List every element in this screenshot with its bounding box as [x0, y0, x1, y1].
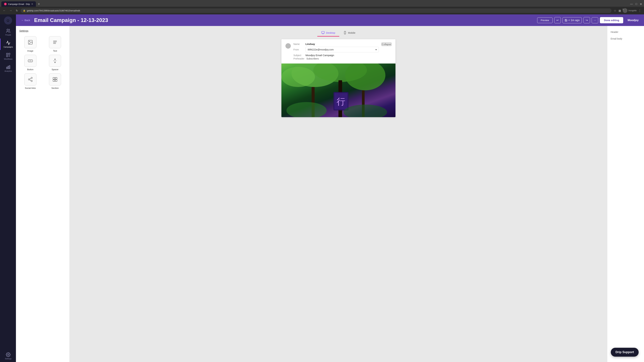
email-avatar: [286, 43, 291, 49]
settings-link[interactable]: Settings: [19, 29, 66, 32]
sidebar-item-settings[interactable]: Settings: [3, 350, 13, 362]
tab-close-btn[interactable]: ✕: [31, 3, 33, 5]
lock-icon: 🔒: [23, 9, 26, 12]
svg-rect-26: [53, 80, 55, 81]
active-tab[interactable]: D Campaign Email · Drip ✕: [1, 1, 36, 7]
email-hero-image[interactable]: 行: [282, 63, 396, 117]
sidebar-item-workflows[interactable]: Workflows: [0, 51, 16, 62]
tools-grid: Image Text: [19, 36, 66, 89]
back-nav-btn[interactable]: ←: [2, 8, 7, 13]
sidebar-bottom: Settings: [3, 350, 13, 362]
from-row: From 89f4222e@moodjoy.com ▾: [294, 47, 379, 52]
workflows-label: Workflows: [4, 58, 12, 60]
browser-chrome: D Campaign Email · Drip ✕ + — □ ✕ ← → ↻ …: [0, 0, 644, 14]
tab-title: Campaign Email · Drip: [8, 3, 30, 5]
done-editing-btn[interactable]: Done editing: [600, 17, 623, 23]
header-section-label: Header: [611, 29, 641, 35]
new-tab-btn[interactable]: +: [36, 1, 41, 7]
email-header-info: Name Lindsay From 89f4222e@moodjoy.com ▾: [282, 39, 396, 63]
campaigns-icon: [6, 40, 10, 45]
tool-text[interactable]: Text: [44, 36, 66, 52]
social-icon: [28, 77, 33, 82]
text-tool-label: Text: [53, 50, 57, 52]
tool-social[interactable]: Social links: [19, 73, 42, 89]
hero-image-svg: 行: [282, 63, 396, 117]
svg-rect-28: [322, 31, 324, 33]
tool-button[interactable]: Button: [19, 55, 42, 71]
campaigns-label: Campaigns: [4, 46, 13, 48]
settings-label: Settings: [5, 358, 12, 360]
subject-value: Moodjoy Email Campaign: [306, 54, 334, 57]
app: ☺ People Campaigns Workflows: [0, 14, 644, 362]
from-value: 89f4222e@moodjoy.com: [308, 48, 334, 51]
text-icon: [52, 39, 58, 45]
social-tool-icon: [24, 73, 36, 85]
app-header: ← Back Email Campaign - 12-13-2023 Previ…: [16, 14, 644, 26]
incognito-label: Incognito: [628, 9, 636, 12]
image-tool-label: Image: [27, 50, 33, 52]
workspace-name: Moodjoy: [628, 19, 639, 22]
content-row: Settings Image: [16, 26, 644, 362]
svg-point-37: [282, 67, 315, 87]
desktop-icon: [321, 31, 325, 34]
image-tool-icon: [24, 36, 36, 48]
reload-btn[interactable]: ↻: [15, 8, 19, 13]
minimize-btn[interactable]: —: [630, 2, 634, 6]
header-actions: Preview ↩ < 1m ago ↪ ··· Done editing Mo…: [537, 17, 639, 23]
button-icon: [28, 58, 33, 63]
app-logo: ☺: [4, 16, 12, 24]
preheader-row: Preheader Subscribers: [294, 57, 379, 60]
save-status-btn[interactable]: < 1m ago: [562, 17, 582, 23]
tool-image[interactable]: Image: [19, 36, 42, 52]
more-btn[interactable]: ···: [592, 17, 598, 23]
maximize-btn[interactable]: □: [635, 2, 638, 6]
undo-btn[interactable]: ↩: [554, 17, 561, 23]
sidebar-item-analytics[interactable]: Analytics: [0, 63, 16, 74]
svg-rect-5: [8, 66, 9, 69]
spacer-tool-label: Spacer: [52, 68, 58, 71]
window-controls: — □ ✕: [630, 2, 643, 6]
address-bar-actions: ☆ ▦ I Incognito ⋮: [613, 8, 642, 13]
name-label: Name: [294, 43, 304, 45]
save-label: < 1m ago: [568, 19, 580, 22]
from-select[interactable]: 89f4222e@moodjoy.com ▾: [306, 47, 379, 52]
tool-spacer[interactable]: Spacer: [44, 55, 66, 71]
drip-support-btn[interactable]: Drip Support: [611, 348, 639, 357]
name-row: Name Lindsay: [294, 42, 379, 45]
spacer-tool-icon: [49, 55, 61, 67]
forward-nav-btn[interactable]: →: [8, 8, 13, 13]
workflows-icon: [6, 53, 10, 57]
preview-btn[interactable]: Preview: [537, 17, 552, 23]
logo-icon: ☺: [6, 18, 10, 23]
svg-rect-4: [6, 67, 8, 69]
svg-point-0: [7, 29, 8, 31]
people-icon: [6, 28, 10, 33]
profile-btn[interactable]: I: [623, 8, 628, 13]
preheader-label: Preheader: [294, 57, 304, 60]
collapse-btn[interactable]: Collapse: [382, 42, 391, 46]
button-tool-label: Button: [27, 68, 34, 71]
url-bar[interactable]: 🔒 getdrip.com/7641396/broadcasts/3186746…: [21, 8, 612, 13]
people-label: People: [5, 34, 11, 36]
sidebar-toggle-btn[interactable]: ▦: [618, 8, 622, 13]
close-window-btn[interactable]: ✕: [639, 2, 643, 6]
tab-desktop-label: Desktop: [326, 31, 335, 34]
browser-menu-btn[interactable]: ⋮: [638, 8, 642, 13]
url-text: getdrip.com/7641396/broadcasts/318674615…: [27, 9, 80, 12]
sidebar-item-campaigns[interactable]: Campaigns: [0, 38, 16, 50]
sidebar-item-people[interactable]: People: [0, 26, 16, 38]
email-meta: Name Lindsay From 89f4222e@moodjoy.com ▾: [294, 42, 379, 60]
tool-section[interactable]: Section: [44, 73, 66, 89]
app-body: ← Back Email Campaign - 12-13-2023 Previ…: [16, 14, 644, 362]
svg-point-9: [29, 41, 30, 42]
text-tool-icon: [49, 36, 61, 48]
star-btn[interactable]: ☆: [613, 8, 617, 13]
back-link[interactable]: ← Back: [21, 19, 30, 22]
editor-area: Desktop Mobile: [70, 26, 607, 362]
tab-desktop[interactable]: Desktop: [317, 29, 339, 36]
preheader-value: Subscribers: [306, 57, 319, 60]
redo-btn[interactable]: ↪: [584, 17, 590, 23]
svg-rect-27: [55, 80, 57, 81]
tab-mobile[interactable]: Mobile: [339, 29, 360, 36]
analytics-label: Analytics: [4, 70, 12, 72]
